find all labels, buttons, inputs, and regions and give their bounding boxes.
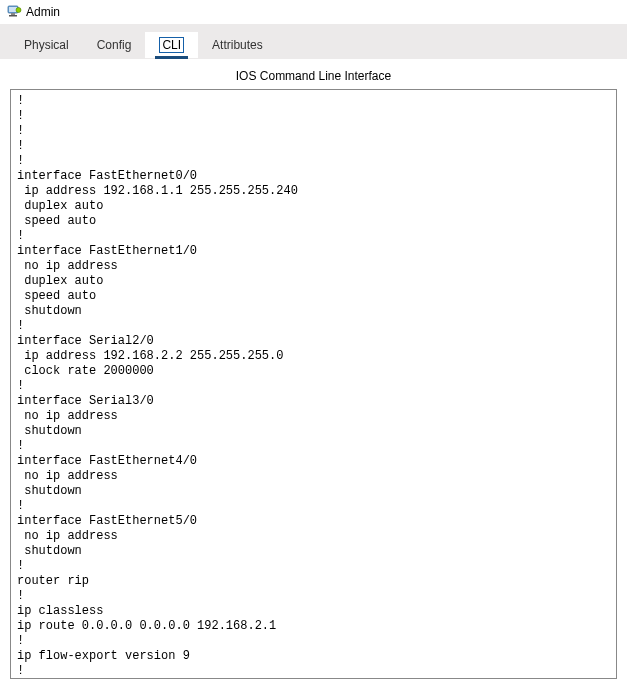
pc-icon (6, 4, 22, 20)
tab-label: Physical (24, 38, 69, 52)
svg-rect-2 (11, 13, 15, 15)
title-bar: Admin (0, 0, 627, 24)
cli-output: ! ! ! ! ! interface FastEthernet0/0 ip a… (17, 94, 610, 679)
cli-title: IOS Command Line Interface (10, 59, 617, 89)
tab-attributes[interactable]: Attributes (198, 32, 277, 58)
content-area: IOS Command Line Interface ! ! ! ! ! int… (0, 59, 627, 679)
tab-strip: Physical Config CLI Attributes (0, 24, 627, 59)
svg-rect-3 (9, 15, 17, 17)
svg-point-4 (16, 8, 21, 13)
tab-label: CLI (159, 37, 184, 53)
tab-label: Config (97, 38, 132, 52)
tab-physical[interactable]: Physical (10, 32, 83, 58)
tab-config[interactable]: Config (83, 32, 146, 58)
cli-terminal[interactable]: ! ! ! ! ! interface FastEthernet0/0 ip a… (10, 89, 617, 679)
tab-label: Attributes (212, 38, 263, 52)
tab-cli[interactable]: CLI (145, 32, 198, 58)
window-title: Admin (26, 5, 60, 19)
